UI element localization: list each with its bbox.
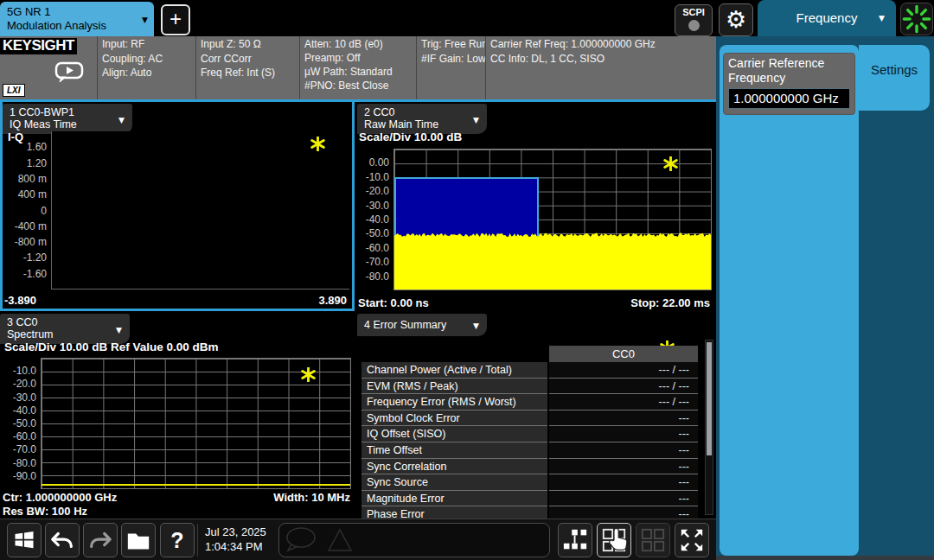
window1-tab-line1: 1 CC0-BWP1 — [10, 106, 110, 118]
window-raw-main-time[interactable]: 2 CC0 Raw Main Time ▼ Scale/Div 10.00 dB… — [355, 102, 716, 311]
add-measurement-button[interactable]: + — [161, 4, 190, 35]
row-label: Time Offset — [361, 442, 547, 459]
info-line: µW Path: Standard — [304, 65, 412, 79]
w3-span-label: Width: 10 MHz — [273, 491, 350, 504]
grid-layout-button-disabled — [636, 523, 670, 557]
y-tick: -50.0 — [13, 417, 36, 430]
info-col-impedance[interactable]: Input Z: 50 Ω Corr CCorr Freq Ref: Int (… — [195, 36, 299, 99]
info-line: CC Info: DL, 1 CC, SISO — [490, 52, 712, 67]
frequency-menu-tab[interactable]: Frequency ▼ — [758, 0, 896, 36]
y-tick: -400 m — [15, 220, 47, 233]
date-text: Jul 23, 2025 — [205, 525, 266, 539]
window2-tab-line1: 2 CC0 — [364, 106, 464, 118]
help-button[interactable]: ? — [160, 523, 195, 557]
datetime-display[interactable]: Jul 23, 2025 1:04:34 PM — [205, 525, 266, 554]
row-value: --- — [549, 410, 698, 427]
settings-tab-label: Settings — [871, 62, 918, 77]
scpi-label: SCPI — [675, 7, 712, 18]
y-tick: 1.20 — [27, 156, 47, 170]
info-col-trigger[interactable]: Trig: Free Run #IF Gain: Low — [416, 36, 485, 99]
row-label: EVM (RMS / Peak) — [361, 379, 547, 395]
row-value: --- / --- — [549, 362, 698, 379]
info-line: Align: Auto — [102, 66, 191, 80]
table-row: Magnitude Error --- — [361, 491, 698, 507]
info-line: #PNO: Best Close — [304, 79, 412, 92]
scrollbar-thumb[interactable] — [707, 342, 712, 455]
spectrum-plot-area[interactable] — [41, 358, 351, 489]
scpi-status-button[interactable]: SCPI — [675, 4, 713, 36]
window-error-summary[interactable]: 4 Error Summary ▼ CC0 Channel Power (Act… — [355, 312, 716, 519]
window-iq-meas-time[interactable]: 1 CC0-BWP1 IQ Meas Time ▼ I-Q 1.60 1.20 … — [0, 102, 355, 311]
y-tick: -20.0 — [366, 184, 389, 198]
w2-y-axis: 0.00 -10.0 -20.0 -30.0 -40.0 -50.0 -60.0… — [355, 149, 392, 290]
window1-tab[interactable]: 1 CC0-BWP1 IQ Meas Time ▼ — [3, 104, 132, 134]
help-icon: ? — [170, 528, 183, 552]
chevron-down-icon: ▼ — [142, 13, 148, 27]
w1-x-max-label: 3.890 — [318, 294, 347, 307]
w2-start-label: Start: 0.00 ns — [358, 296, 429, 309]
y-tick: -60.0 — [13, 430, 36, 443]
window4-tab[interactable]: 4 Error Summary ▼ — [357, 314, 487, 336]
row-label: Channel Power (Active / Total) — [361, 362, 547, 379]
continuous-sweep-icon[interactable] — [54, 60, 86, 85]
row-label: Frequency Error (RMS / Worst) — [361, 394, 547, 410]
chevron-down-icon: ▼ — [473, 114, 479, 126]
file-manager-button[interactable] — [121, 523, 156, 557]
table-scrollbar[interactable] — [705, 340, 713, 515]
measurement-tab[interactable]: 5G NR 1 Modulation Analysis ▼ — [0, 2, 154, 36]
toolbar-divider — [197, 524, 198, 557]
field-label-line1: Carrier Reference — [728, 56, 850, 71]
window2-tab-line2: Raw Main Time — [364, 118, 464, 130]
row-label: Symbol Clock Error — [361, 410, 547, 427]
busy-spinner-button[interactable] — [900, 3, 933, 35]
y-tick: -80.0 — [13, 456, 36, 470]
info-line: Atten: 10 dB (e0) — [304, 37, 412, 51]
tab-settings[interactable]: Settings — [859, 45, 930, 111]
measurement-diagram-button[interactable] — [558, 523, 592, 557]
row-value: --- — [549, 506, 698, 519]
info-line: Input: RF — [102, 37, 191, 52]
info-line: Trig: Free Run — [421, 37, 481, 52]
info-col-carrier[interactable]: Carrier Ref Freq: 1.000000000 GHz CC Inf… — [485, 36, 716, 99]
w3-y-axis: -10.0 -20.0 -30.0 -40.0 -50.0 -60.0 -70.… — [0, 358, 39, 489]
undo-button[interactable] — [45, 523, 80, 557]
info-col-input[interactable]: Input: RF Coupling: AC Align: Auto — [97, 36, 195, 99]
windows-start-button[interactable] — [7, 523, 42, 557]
y-tick: 0 — [41, 204, 47, 218]
fullscreen-button[interactable] — [675, 523, 709, 557]
annotation-input-box[interactable] — [278, 523, 550, 557]
table-row: Sync Source --- — [361, 474, 698, 491]
y-tick: -40.0 — [13, 404, 36, 417]
row-label: Magnitude Error — [361, 491, 547, 507]
row-value: --- — [549, 426, 698, 442]
lxi-logo: LXI — [3, 84, 25, 97]
info-col-atten[interactable]: Atten: 10 dB (e0) Preamp: Off µW Path: S… — [299, 36, 416, 99]
y-tick: -30.0 — [13, 391, 36, 404]
frequency-settings-panel: Carrier Reference Frequency 1.000000000 … — [720, 45, 859, 556]
info-line: Preamp: Off — [304, 51, 412, 65]
error-summary-table[interactable]: CC0 Channel Power (Active / Total) --- /… — [361, 346, 698, 519]
row-label: IQ Offset (SISO) — [361, 426, 547, 442]
window-spectrum[interactable]: 3 CC0 Spectrum ▼ Scale/Div 10.00 dB Ref … — [0, 312, 355, 519]
iq-plot-area[interactable] — [51, 131, 349, 290]
y-tick: -10.0 — [13, 364, 36, 378]
w2-stop-label: Stop: 22.00 ms — [630, 296, 710, 309]
window3-tab[interactable]: 3 CC0 Spectrum ▼ — [0, 314, 130, 344]
raw-main-time-plot-area[interactable] — [393, 149, 712, 290]
y-tick: -40.0 — [366, 213, 389, 226]
redo-button[interactable] — [83, 523, 118, 557]
info-line: Freq Ref: Int (S) — [201, 66, 295, 80]
table-row: IQ Offset (SISO) --- — [361, 426, 698, 442]
dim-grid-icon — [640, 527, 666, 553]
window2-tab[interactable]: 2 CC0 Raw Main Time ▼ — [357, 104, 487, 134]
carrier-ref-freq-value[interactable]: 1.000000000 GHz — [728, 88, 850, 109]
w2-scale-annotation: Scale/Div 10.00 dB — [359, 130, 462, 143]
w3-center-freq-label: Ctr: 1.000000000 GHz — [3, 491, 117, 504]
undo-icon — [49, 527, 75, 553]
invalid-data-asterisk-icon — [663, 156, 678, 171]
system-settings-button[interactable]: ⚙ — [719, 3, 753, 36]
header-empty-cell — [361, 346, 547, 362]
info-line: Input Z: 50 Ω — [201, 37, 295, 52]
carrier-ref-freq-field[interactable]: Carrier Reference Frequency 1.000000000 … — [723, 53, 855, 115]
row-label: Sync Source — [361, 474, 547, 491]
